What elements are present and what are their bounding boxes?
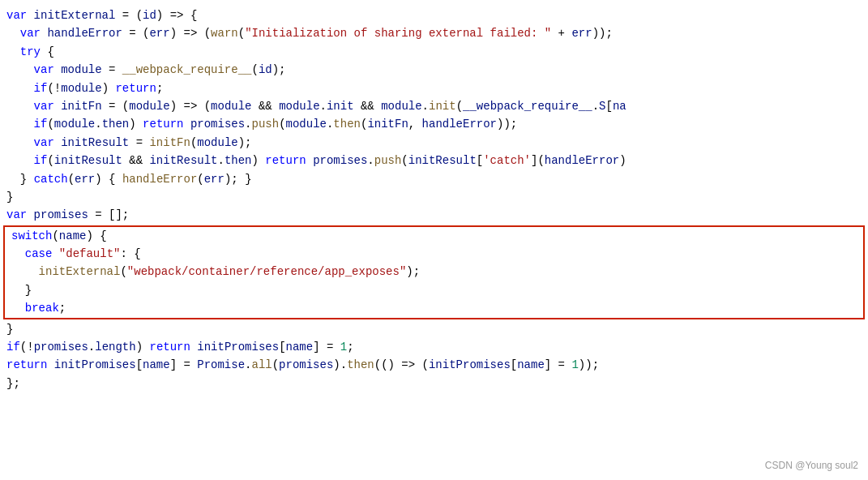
token: (! [20,338,34,356]
token: } [6,188,13,206]
token: }; [6,375,20,392]
token [6,24,20,42]
token: id [259,61,272,79]
token: "webpack/container/reference/app_exposes… [127,263,406,281]
token [6,61,34,79]
token: break [25,299,59,317]
token: var [34,97,62,115]
token [6,115,34,133]
token [6,43,20,61]
token: var [20,24,48,42]
token [11,281,25,299]
token: initPromises [54,356,136,374]
token: ) => ( [170,24,211,42]
token: promises [34,206,96,224]
token: => { [170,6,198,24]
token: ; [59,299,66,317]
token: name [143,356,170,374]
token: then [347,356,374,374]
token: . [592,97,599,115]
token: ( [190,134,197,152]
token [11,263,39,281]
token: if [34,115,48,133]
token: Promise [197,356,245,374]
token: return [265,152,313,169]
token: ( [456,97,463,115]
token: init [327,97,361,115]
code-line-15: initExternal("webpack/container/referenc… [5,263,863,281]
token: ) => ( [170,97,211,115]
code-line-16: } [5,281,863,299]
token: return [6,356,54,374]
token: module [54,115,95,133]
code-line-19: if(!promises.length) return initPromises… [0,338,868,356]
token: ( [197,170,203,188]
token: warn [211,24,238,42]
token: ) { [86,227,106,245]
token: var [6,206,34,224]
token: . [367,152,374,169]
token: [ [136,356,143,374]
token [6,170,20,188]
token: initFn [61,97,109,115]
token: name [517,356,545,374]
code-line-7: if(module.then) return promises.push(mod… [0,115,868,133]
token: try [20,43,41,61]
code-container: var initExternal = (id) => { var handleE… [0,0,868,480]
token: initFn [149,134,190,152]
token: push [374,152,402,169]
token: . [217,152,224,169]
token: then [224,152,252,169]
token: push [252,115,280,133]
token: initResult [54,152,129,169]
token: initExternal [39,263,121,281]
token: initFn [367,115,408,133]
token: : { [120,245,140,263]
token: . [245,356,251,374]
token: (! [47,79,61,97]
token [11,299,25,317]
token: case [25,245,59,263]
token: handleError [545,152,619,169]
code-line-3: try { [0,43,868,61]
token: module [61,61,109,79]
watermark: CSDN @Young soul2 [765,458,858,474]
token: } [20,170,34,188]
token: = ( [129,24,149,42]
token: (() => ( [374,356,429,374]
token: ] = [313,338,340,356]
token: )); [497,115,517,133]
code-line-2: var handleError = (err) => (warn("Initia… [0,24,868,42]
code-line-20: return initPromises[name] = Promise.all(… [0,356,868,374]
token: initResult [149,152,217,169]
token [6,134,34,152]
token: 1 [340,338,347,356]
token: ; [347,338,353,356]
token: handleError [47,24,129,42]
code-line-5: if(!module) return; [0,79,868,97]
token: if [6,338,20,356]
token [6,79,34,97]
token: ) [252,152,266,169]
code-line-8: var initResult = initFn(module); [0,134,868,152]
code-line-18: } [0,320,868,338]
token: var [34,61,62,79]
token: promises [34,338,88,356]
token: err [75,170,95,188]
token: . [88,338,95,356]
token: return [143,115,190,133]
token: handleError [122,170,197,188]
token [6,152,34,169]
token: name [286,338,314,356]
token: ); [406,263,420,281]
token: ) [619,152,626,169]
token: [ [605,97,612,115]
token: . [320,97,327,115]
token: module [197,134,237,152]
token: na [613,97,626,115]
token: ); } [224,170,252,188]
token: then [333,115,361,133]
token: S [599,97,605,115]
code-line-14: case "default": { [5,245,863,263]
token: promises [279,356,333,374]
